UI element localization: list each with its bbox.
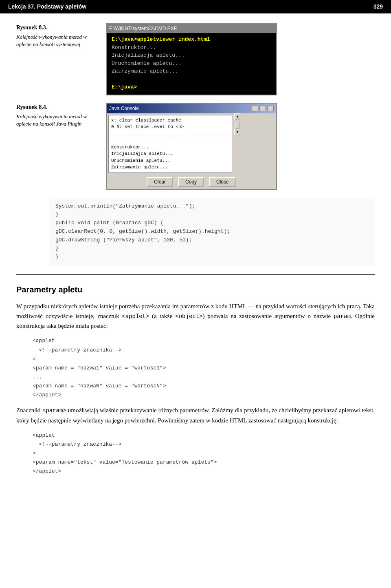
java-console-title: Java Console	[109, 105, 139, 112]
snippet2-line-2: <!--parametry znacznika-->	[33, 440, 375, 449]
snippet2-line-4: <poaram name="tekst" value="Testowanie p…	[33, 458, 375, 467]
figure-8-4-desc: Kolejność wykonywania metod w aplecie na…	[16, 113, 94, 128]
java-console-body: x: clear classloader cache 0-5: set trac…	[108, 115, 232, 173]
console-line-4: Inicjalizajca apletu...	[111, 150, 229, 157]
window-buttons: − □ ×	[252, 106, 274, 111]
snippet1-line-3: >	[33, 355, 375, 364]
page: Lekcja 37. Podstawy apletów 329 Rysunek …	[0, 0, 391, 588]
scrollbar: ▲ ▼	[234, 113, 240, 175]
section-heading: Parametry apletu	[16, 283, 375, 296]
scroll-down-button[interactable]: ▼	[234, 129, 240, 135]
cmd-line-5: Zatrzymanie apletu...	[112, 67, 271, 75]
content-area: Rysunek 8.3. Kolejność wykonywania metod…	[0, 13, 391, 494]
snippet1-line-7: </applet>	[33, 391, 375, 400]
snippet2-line-5: </applet>	[33, 467, 375, 476]
figure-8-3-label: Rysunek 8.3.	[16, 23, 94, 32]
figure-8-3-desc: Kolejność wykonywania metod w aplecie na…	[16, 33, 94, 48]
scroll-up-button[interactable]: ▲	[234, 113, 240, 120]
figure-8-4-label: Rysunek 8.4.	[16, 103, 94, 111]
code-snippet-1: <applet <!--parametry znacznika--> > <pa…	[33, 336, 375, 400]
snippet1-line-2: <!--parametry znacznika-->	[33, 346, 375, 355]
console-line-6: Zatrzymanie apletu...	[111, 164, 229, 171]
figure-8-4-section: Rysunek 8.4. Kolejność wykonywania metod…	[16, 103, 375, 190]
console-line-blank	[111, 137, 229, 144]
code-line-3: public void paint (Graphics gDC) {	[55, 219, 368, 228]
code-line-1: System.out.println("Zatrzymanie apletu..…	[55, 202, 368, 211]
code-line-6: }	[55, 244, 368, 253]
cmd-line-6	[112, 75, 271, 84]
header-bar: Lekcja 37. Podstawy apletów 329	[0, 0, 391, 13]
code-line-5: gDC.drawString ("Pierwszy aplet", 100, 5…	[55, 236, 368, 245]
cmd-line-1: E:\java>appletviewer index.html	[112, 35, 271, 44]
snippet2-line-3: >	[33, 449, 375, 458]
figure-8-3-section: Rysunek 8.3. Kolejność wykonywania metod…	[16, 23, 375, 95]
cmd-line-3: Inicjalizacja apletu...	[112, 51, 271, 60]
page-number: 329	[373, 2, 383, 11]
console-separator: ----------------------------------------…	[111, 130, 229, 137]
code-snippet-2: <applet <!--parametry znacznika--> > <po…	[33, 431, 375, 476]
code-block-main: System.out.println("Zatrzymanie apletu..…	[49, 197, 375, 267]
console-line-1: x: clear classloader cache	[111, 117, 229, 124]
cmd-line-2: Konstruktor...	[112, 44, 271, 52]
console-line-3: Konstruktor...	[111, 144, 229, 151]
cmd-titlebar: E:\WINNT\system32\CMD.EXE	[107, 24, 276, 33]
console-body-area: x: clear classloader cache 0-5: set trac…	[107, 113, 276, 175]
cmd-line-4: Uruchomienie apletu...	[112, 60, 271, 68]
console-line-5: Uruchomienie apletu...	[111, 157, 229, 164]
snippet1-line-5: ...	[33, 373, 375, 382]
snippet2-line-1: <applet	[33, 431, 375, 440]
cmd-line-7: E:\java>_	[112, 83, 271, 91]
scroll-thumb[interactable]	[235, 121, 240, 129]
java-console-buttons-bar: Clear Copy Close	[107, 175, 276, 189]
close-dialog-button[interactable]: Close	[209, 177, 236, 187]
snippet1-line-1: <applet	[33, 336, 375, 345]
figure-8-4-caption: Rysunek 8.4. Kolejność wykonywania metod…	[16, 103, 94, 128]
copy-button[interactable]: Copy	[178, 177, 204, 187]
code-line-4: gDC.clearRect(0, 0, getSize().width, get…	[55, 228, 368, 236]
paragraph-1: W przypadku niektórych apletów istnieje …	[16, 301, 375, 331]
code-line-7: }	[55, 253, 368, 261]
code-line-2: }	[55, 210, 368, 219]
java-console: Java Console − □ × x: clear classloader …	[106, 103, 277, 190]
maximize-button[interactable]: □	[259, 106, 266, 111]
java-console-titlebar: Java Console − □ ×	[107, 104, 276, 113]
lesson-title: Lekcja 37. Podstawy apletów	[8, 2, 86, 11]
clear-button[interactable]: Clear	[147, 177, 173, 187]
section-separator	[16, 274, 375, 275]
console-line-2: 0-5: set trace level to <n>	[111, 124, 229, 130]
close-button[interactable]: ×	[267, 106, 274, 111]
paragraph-2: Znaczniki <param> umożliwiają właśnie pr…	[16, 405, 375, 425]
figure-8-3-caption: Rysunek 8.3. Kolejność wykonywania metod…	[16, 23, 94, 48]
cmd-console: E:\WINNT\system32\CMD.EXE E:\java>applet…	[106, 23, 277, 95]
minimize-button[interactable]: −	[252, 106, 258, 111]
snippet1-line-4: <param name = "nazwa1" value = "wartość1…	[33, 364, 375, 373]
snippet1-line-6: <param name = "nazwaN" value = "wartośćN…	[33, 382, 375, 391]
